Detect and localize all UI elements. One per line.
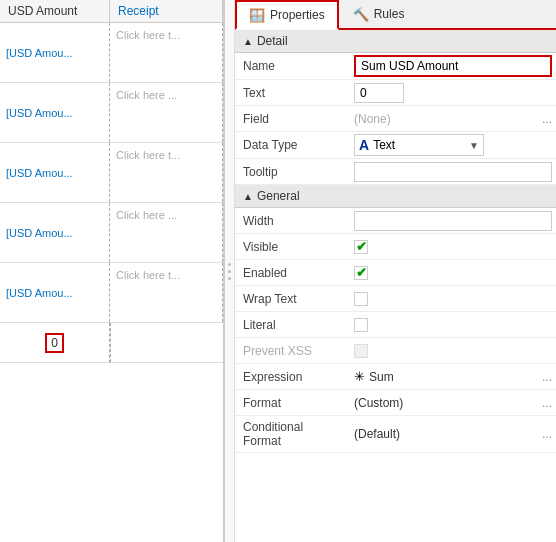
section-general-label: General — [257, 189, 300, 203]
format-label: Format — [235, 392, 350, 414]
section-general-header[interactable]: ▲ General — [235, 185, 556, 208]
visible-label: Visible — [235, 236, 350, 258]
usd-cell-5: [USD Amou... — [0, 263, 110, 322]
dot-2 — [228, 270, 231, 273]
literal-checkbox[interactable] — [354, 318, 368, 332]
tab-properties[interactable]: 🪟 Properties — [235, 0, 339, 30]
prop-field-row: Field (None) ... — [235, 106, 556, 132]
expression-label: Expression — [235, 366, 350, 388]
col-header-receipt: Receipt — [110, 0, 223, 22]
chevron-down-icon: ▼ — [469, 140, 479, 151]
table-row: [USD Amou... Click here t... — [0, 23, 223, 83]
datatype-inner: A Text — [359, 137, 395, 153]
name-input[interactable] — [354, 55, 552, 77]
prop-expression-row: Expression ✳ Sum ... — [235, 364, 556, 390]
rules-icon: 🔨 — [353, 7, 369, 22]
condformat-text: (Default) — [354, 427, 538, 441]
zero-cell[interactable]: 0 — [0, 323, 110, 363]
expression-value: ✳ Sum ... — [350, 367, 556, 386]
name-value — [350, 53, 556, 79]
wraptext-checkbox[interactable] — [354, 292, 368, 306]
receipt-cell-1[interactable]: Click here t... — [110, 23, 223, 82]
enabled-value: ✔ — [350, 264, 556, 282]
condformat-dots-button[interactable]: ... — [542, 427, 552, 441]
name-label: Name — [235, 55, 350, 77]
receipt-cell-2[interactable]: Click here ... — [110, 83, 223, 142]
properties-panel: ▲ Detail Name Text Field (None) ... — [235, 30, 556, 542]
table-row: [USD Amou... Click here ... — [0, 83, 223, 143]
width-value — [350, 209, 556, 233]
prop-width-row: Width — [235, 208, 556, 234]
usd-cell-4: [USD Amou... — [0, 203, 110, 262]
prop-preventxss-row: Prevent XSS — [235, 338, 556, 364]
condformat-label: Conditional Format — [235, 416, 350, 452]
table-row: [USD Amou... Click here t... — [0, 143, 223, 203]
tab-properties-label: Properties — [270, 8, 325, 22]
usd-cell-1: [USD Amou... — [0, 23, 110, 82]
collapse-general-icon: ▲ — [243, 191, 253, 202]
width-input[interactable] — [354, 211, 552, 231]
prop-wraptext-row: Wrap Text — [235, 286, 556, 312]
table-row: [USD Amou... Click here ... — [0, 203, 223, 263]
prop-tooltip-row: Tooltip — [235, 159, 556, 185]
col-header-usd: USD Amount — [0, 0, 110, 22]
text-label: Text — [235, 82, 350, 104]
format-value: (Custom) ... — [350, 394, 556, 412]
wraptext-label: Wrap Text — [235, 288, 350, 310]
visible-value: ✔ — [350, 238, 556, 256]
preventxss-value — [350, 342, 556, 360]
right-panel: 🪟 Properties 🔨 Rules ▲ Detail Name Text — [235, 0, 556, 542]
left-panel: USD Amount Receipt [USD Amou... Click he… — [0, 0, 225, 542]
zero-value: 0 — [45, 333, 64, 353]
preventxss-label: Prevent XSS — [235, 340, 350, 362]
grid-rows: [USD Amou... Click here t... [USD Amou..… — [0, 23, 223, 542]
dot-3 — [228, 277, 231, 280]
prop-format-row: Format (Custom) ... — [235, 390, 556, 416]
checkmark-icon-2: ✔ — [356, 265, 367, 280]
expression-dots-button[interactable]: ... — [542, 370, 552, 384]
field-dots-button[interactable]: ... — [542, 112, 552, 126]
tooltip-value — [350, 160, 556, 184]
receipt-cell-3[interactable]: Click here t... — [110, 143, 223, 202]
prop-enabled-row: Enabled ✔ — [235, 260, 556, 286]
format-text: (Custom) — [354, 396, 538, 410]
column-headers: USD Amount Receipt — [0, 0, 223, 23]
prop-datatype-row: Data Type A Text ▼ — [235, 132, 556, 159]
visible-checkbox[interactable]: ✔ — [354, 240, 368, 254]
field-value: (None) ... — [350, 110, 556, 128]
tab-bar: 🪟 Properties 🔨 Rules — [235, 0, 556, 30]
receipt-cell-5[interactable]: Click here t... — [110, 263, 223, 322]
properties-icon: 🪟 — [249, 8, 265, 23]
receipt-cell-4[interactable]: Click here ... — [110, 203, 223, 262]
datatype-select[interactable]: A Text ▼ — [354, 134, 484, 156]
format-dots-button[interactable]: ... — [542, 396, 552, 410]
text-value — [350, 81, 556, 105]
enabled-checkbox[interactable]: ✔ — [354, 266, 368, 280]
tooltip-input[interactable] — [354, 162, 552, 182]
resize-handle[interactable] — [225, 0, 235, 542]
prop-visible-row: Visible ✔ — [235, 234, 556, 260]
usd-cell-3: [USD Amou... — [0, 143, 110, 202]
width-label: Width — [235, 210, 350, 232]
tooltip-label: Tooltip — [235, 161, 350, 183]
expression-text: Sum — [369, 370, 538, 384]
collapse-detail-icon: ▲ — [243, 36, 253, 47]
enabled-label: Enabled — [235, 262, 350, 284]
expression-icon: ✳ — [354, 369, 365, 384]
checkmark-icon: ✔ — [356, 239, 367, 254]
text-type-icon: A — [359, 137, 369, 153]
prop-literal-row: Literal — [235, 312, 556, 338]
text-input[interactable] — [354, 83, 404, 103]
summary-row: 0 — [0, 323, 223, 363]
dot-1 — [228, 263, 231, 266]
usd-cell-2: [USD Amou... — [0, 83, 110, 142]
table-row: [USD Amou... Click here t... — [0, 263, 223, 323]
tab-rules-label: Rules — [374, 7, 405, 21]
field-label: Field — [235, 108, 350, 130]
condformat-value: (Default) ... — [350, 425, 556, 443]
section-detail-header[interactable]: ▲ Detail — [235, 30, 556, 53]
literal-value — [350, 316, 556, 334]
wraptext-value — [350, 290, 556, 308]
tab-rules[interactable]: 🔨 Rules — [339, 0, 419, 28]
field-none-text: (None) — [354, 112, 538, 126]
